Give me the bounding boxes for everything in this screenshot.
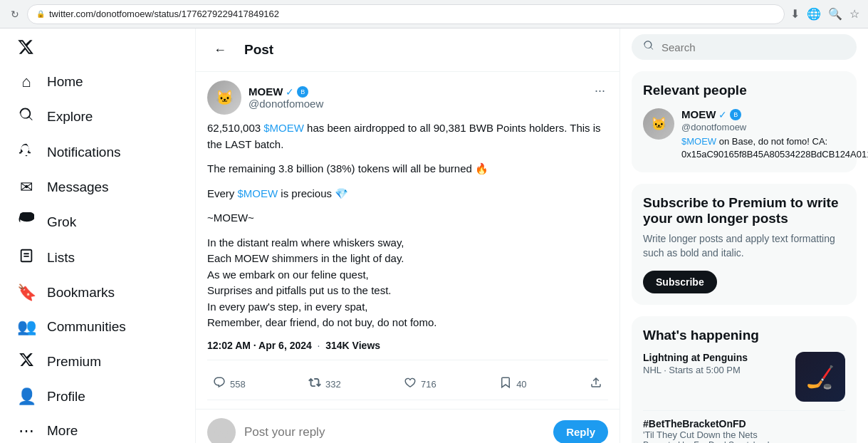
retweet-icon xyxy=(308,376,321,392)
sidebar-item-label-explore: Explore xyxy=(47,109,93,125)
sidebar-item-more[interactable]: ⋯ More xyxy=(9,415,187,443)
sidebar-item-label-home: Home xyxy=(47,74,83,90)
relevant-people-title: Relevant people xyxy=(643,83,845,98)
share-icon xyxy=(590,376,602,392)
relevant-person-avatar[interactable]: 🐱 xyxy=(643,108,674,140)
comment-button[interactable]: 558 xyxy=(207,372,251,397)
search-icon xyxy=(643,40,654,54)
wh-event-meta: NHL · Starts at 5:00 PM xyxy=(643,365,788,375)
bookmark-button[interactable]: 40 xyxy=(493,372,532,397)
whats-happening-title: What's happening xyxy=(643,328,845,343)
search-bar[interactable] xyxy=(632,34,857,60)
right-sidebar: Relevant people 🐱 MOEW ✓ B @donotfomoew … xyxy=(620,28,868,443)
sidebar-item-profile[interactable]: 👤 Profile xyxy=(9,380,187,413)
translate-icon[interactable]: 🌐 xyxy=(807,7,821,21)
sidebar-item-grok[interactable]: Grok xyxy=(9,205,187,239)
rp-verified: ✓ xyxy=(718,109,727,120)
like-button[interactable]: 716 xyxy=(398,372,442,397)
download-icon[interactable]: ⬇ xyxy=(790,7,800,21)
tweet-more-button[interactable]: ··· xyxy=(592,80,608,101)
reply-button[interactable]: Reply xyxy=(553,420,608,443)
communities-icon: 👥 xyxy=(17,318,36,336)
home-icon: ⌂ xyxy=(17,73,36,91)
sidebar-item-communities[interactable]: 👥 Communities xyxy=(9,311,187,343)
moew-link-2[interactable]: $MOEW xyxy=(238,187,278,199)
wh-trending[interactable]: #BetTheBracketOnFD 'Til They Cut Down th… xyxy=(643,410,845,443)
explore-icon xyxy=(17,107,36,127)
author-details: MOEW ✓ B @donotfomoew xyxy=(249,85,323,110)
subscribe-title: Subscribe to Premium to write your own l… xyxy=(643,195,845,226)
rp-crypto-badge: B xyxy=(730,109,741,120)
bookmarks-icon: 🔖 xyxy=(17,283,36,302)
sidebar-item-notifications[interactable]: Notifications xyxy=(9,135,187,170)
rp-name-row: MOEW ✓ B xyxy=(681,108,868,120)
whats-happening-section: What's happening Lightning at Penguins N… xyxy=(632,316,857,443)
wh-trending-desc: 'Til They Cut Down the Nets xyxy=(643,429,845,440)
subscribe-button[interactable]: Subscribe xyxy=(643,271,717,293)
sidebar-item-label-bookmarks: Bookmarks xyxy=(47,285,115,301)
lists-icon xyxy=(17,248,36,268)
retweet-count: 332 xyxy=(325,379,341,390)
reply-input[interactable] xyxy=(244,425,545,439)
author-name-row: MOEW ✓ B xyxy=(249,85,323,98)
share-button[interactable] xyxy=(584,372,608,397)
like-count: 716 xyxy=(421,379,436,390)
sidebar-item-label-profile: Profile xyxy=(47,389,85,405)
comment-count: 558 xyxy=(230,379,246,390)
twitter-logo[interactable] xyxy=(9,31,43,63)
sidebar-item-label-grok: Grok xyxy=(47,214,76,230)
wh-event-info: Lightning at Penguins NHL · Starts at 5:… xyxy=(643,352,788,381)
reply-area: Reply xyxy=(196,410,619,444)
subscribe-description: Write longer posts and apply text format… xyxy=(643,232,845,260)
sidebar-item-premium[interactable]: Premium xyxy=(9,345,187,379)
sidebar-item-explore[interactable]: Explore xyxy=(9,100,187,134)
sidebar-item-bookmarks[interactable]: 🔖 Bookmarks xyxy=(9,276,187,309)
relevant-person-info: MOEW ✓ B @donotfomoew $MOEW on Base, do … xyxy=(681,108,868,161)
browser-bar: ↻ 🔒 twitter.com/donotfomoew/status/17762… xyxy=(0,0,868,28)
back-button[interactable]: ← xyxy=(207,37,233,63)
notifications-icon xyxy=(17,142,36,162)
sidebar-item-home[interactable]: ⌂ Home xyxy=(9,66,187,98)
search-input[interactable] xyxy=(662,41,845,53)
author-handle: @donotfomoew xyxy=(249,98,323,110)
bookmark-browser-icon[interactable]: ☆ xyxy=(849,7,859,21)
sidebar-item-messages[interactable]: ✉ Messages xyxy=(9,171,187,204)
tweet-author-info: 🐱 MOEW ✓ B @donotfomoew xyxy=(207,80,323,115)
wh-event-item[interactable]: Lightning at Penguins NHL · Starts at 5:… xyxy=(643,352,845,402)
rp-bio: $MOEW on Base, do not fomo! CA: 0x15aC90… xyxy=(681,135,868,161)
bookmark-count: 40 xyxy=(516,379,526,390)
browser-actions: ⬇ 🌐 🔍 ☆ xyxy=(790,7,859,21)
like-icon xyxy=(404,376,417,392)
subscribe-section: Subscribe to Premium to write your own l… xyxy=(632,184,857,304)
premium-icon xyxy=(17,352,36,372)
wh-event-title: Lightning at Penguins xyxy=(643,352,788,363)
refresh-button[interactable]: ↻ xyxy=(9,8,21,21)
rp-name: MOEW xyxy=(681,108,716,120)
sidebar-item-label-lists: Lists xyxy=(47,250,75,266)
moew-link-1[interactable]: $MOEW xyxy=(263,122,304,134)
sidebar-item-label-notifications: Notifications xyxy=(47,145,121,160)
page-title: Post xyxy=(244,42,273,58)
url-text: twitter.com/donotfomoew/status/177627922… xyxy=(49,9,279,19)
tweet-author-row: 🐱 MOEW ✓ B @donotfomoew ··· xyxy=(207,80,608,115)
relevant-people-section: Relevant people 🐱 MOEW ✓ B @donotfomoew … xyxy=(632,71,857,172)
relevant-person: 🐱 MOEW ✓ B @donotfomoew $MOEW on Base, d… xyxy=(643,108,845,161)
search-page-icon[interactable]: 🔍 xyxy=(828,7,842,21)
left-sidebar: ⌂ Home Explore Notifications ✉ Messages … xyxy=(0,28,196,443)
avatar-image: 🐱 xyxy=(207,80,241,115)
bookmark-icon xyxy=(499,376,512,392)
grok-icon xyxy=(17,212,36,232)
sidebar-item-lists[interactable]: Lists xyxy=(9,241,187,275)
comment-icon xyxy=(213,376,226,392)
tweet-author-avatar[interactable]: 🐱 xyxy=(207,80,241,115)
reply-avatar xyxy=(207,418,236,444)
verified-badge: ✓ xyxy=(286,86,294,98)
more-icon: ⋯ xyxy=(17,422,36,440)
tweet-meta: 12:02 AM · Apr 6, 2024 · 314K Views xyxy=(207,340,608,360)
url-bar[interactable]: 🔒 twitter.com/donotfomoew/status/1776279… xyxy=(27,4,785,24)
profile-icon: 👤 xyxy=(17,387,36,406)
hockey-player-icon: 🏒 xyxy=(806,363,835,390)
rp-bio-link[interactable]: $MOEW xyxy=(681,136,716,147)
post-header: ← Post xyxy=(196,28,619,72)
retweet-button[interactable]: 332 xyxy=(303,372,347,397)
